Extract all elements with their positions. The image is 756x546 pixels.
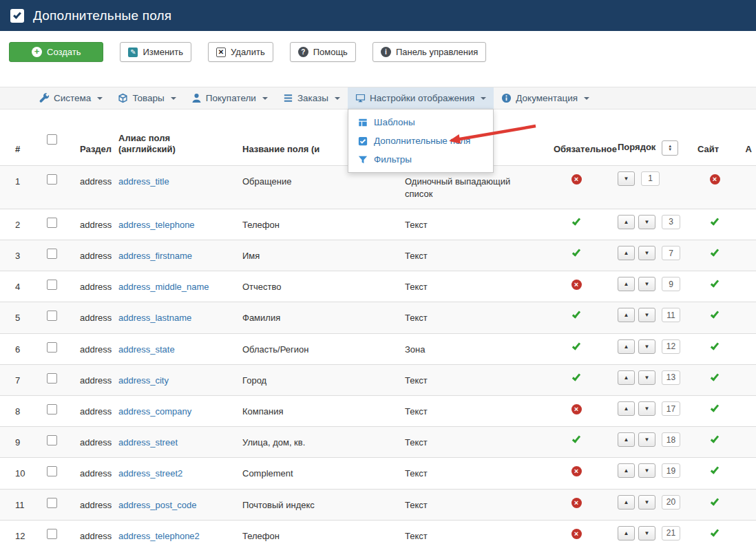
site-toggle[interactable] [709, 216, 720, 229]
menu-item-customers[interactable]: Покупатели [184, 87, 275, 109]
required-toggle[interactable]: × [571, 403, 582, 415]
alias-link[interactable]: address_lastname [118, 313, 191, 323]
col-header-section[interactable]: Раздел [66, 109, 105, 165]
row-checkbox[interactable] [47, 404, 57, 414]
required-toggle[interactable] [571, 341, 582, 353]
order-input[interactable] [662, 401, 680, 416]
delete-button[interactable]: ✕ Удалить [208, 42, 273, 62]
row-checkbox[interactable] [47, 218, 57, 228]
site-toggle[interactable]: × [709, 173, 720, 185]
menu-item-orders[interactable]: Заказы [275, 87, 348, 109]
control-panel-button[interactable]: i Панель управления [372, 42, 486, 62]
site-toggle[interactable] [709, 496, 720, 509]
alias-link[interactable]: address_post_code [118, 500, 196, 510]
menu-item-documentation[interactable]: Документация [494, 87, 597, 109]
menu-item-products[interactable]: Товары [110, 87, 183, 109]
move-down-button[interactable]: ▼ [638, 463, 655, 478]
order-input[interactable] [662, 246, 680, 260]
move-up-button[interactable]: ▲ [618, 401, 635, 416]
order-input[interactable] [662, 277, 680, 291]
required-toggle[interactable]: × [571, 465, 582, 477]
row-checkbox[interactable] [47, 249, 57, 259]
row-checkbox[interactable] [47, 529, 57, 539]
help-button[interactable]: ? Помощь [290, 42, 356, 62]
move-down-button[interactable]: ▼ [618, 171, 635, 186]
menu-item-additional-fields[interactable]: Дополнительные поля [348, 132, 493, 150]
site-toggle[interactable] [709, 372, 720, 384]
order-input[interactable] [662, 370, 680, 385]
move-down-button[interactable]: ▼ [638, 432, 655, 447]
order-input[interactable] [662, 463, 680, 478]
col-header-order-label[interactable]: Порядок [618, 142, 655, 152]
required-toggle[interactable] [571, 309, 582, 322]
order-input[interactable] [662, 215, 680, 229]
order-input[interactable] [662, 308, 680, 322]
row-checkbox[interactable] [47, 311, 57, 321]
move-up-button[interactable]: ▲ [618, 495, 635, 510]
move-down-button[interactable]: ▼ [638, 246, 655, 260]
move-down-button[interactable]: ▼ [638, 215, 655, 229]
order-input[interactable] [662, 339, 680, 354]
order-input[interactable] [662, 495, 680, 510]
col-header-alias[interactable]: Алиас поля (английский) [118, 133, 185, 156]
move-up-button[interactable]: ▲ [618, 277, 635, 291]
required-toggle[interactable]: × [571, 278, 582, 291]
site-toggle[interactable] [709, 341, 720, 353]
required-toggle[interactable]: × [571, 496, 582, 509]
site-toggle[interactable] [709, 434, 720, 446]
row-checkbox[interactable] [47, 435, 57, 445]
required-toggle[interactable] [571, 216, 582, 229]
alias-link[interactable]: address_company [118, 406, 191, 417]
site-toggle[interactable] [709, 403, 720, 415]
site-toggle[interactable] [709, 247, 720, 260]
edit-button[interactable]: ✎ Изменить [120, 42, 191, 62]
col-header-required[interactable]: Обязательное [538, 109, 614, 165]
order-input[interactable] [641, 171, 660, 186]
alias-link[interactable]: address_street [118, 437, 178, 448]
site-toggle[interactable] [709, 527, 720, 540]
site-toggle[interactable] [709, 278, 720, 291]
move-down-button[interactable]: ▼ [638, 308, 655, 322]
select-all-checkbox[interactable] [47, 134, 57, 145]
move-up-button[interactable]: ▲ [618, 463, 635, 478]
row-checkbox[interactable] [47, 373, 57, 384]
move-down-button[interactable]: ▼ [638, 370, 655, 385]
create-button[interactable]: + Создать [9, 42, 103, 62]
required-toggle[interactable] [571, 434, 582, 446]
alias-link[interactable]: address_city [118, 375, 169, 386]
required-toggle[interactable]: × [571, 173, 582, 185]
order-input[interactable] [662, 432, 680, 447]
site-toggle[interactable] [709, 309, 720, 322]
site-toggle[interactable] [709, 465, 720, 477]
alias-link[interactable]: address_telephone2 [118, 531, 200, 541]
menu-item-system[interactable]: Система [32, 87, 110, 109]
alias-link[interactable]: address_state [118, 344, 175, 355]
required-toggle[interactable] [571, 372, 582, 384]
menu-item-display-settings[interactable]: Настройки отображения Шаблоны Дополнител… [348, 87, 494, 109]
row-checkbox[interactable] [47, 280, 57, 290]
move-up-button[interactable]: ▲ [618, 370, 635, 385]
menu-item-filters[interactable]: Фильтры [348, 150, 493, 169]
move-down-button[interactable]: ▼ [638, 526, 655, 540]
alias-link[interactable]: address_middle_name [118, 282, 209, 292]
alias-link[interactable]: address_street2 [118, 468, 182, 479]
move-down-button[interactable]: ▼ [638, 495, 655, 510]
row-checkbox[interactable] [47, 466, 57, 476]
move-down-button[interactable]: ▼ [638, 277, 655, 291]
order-sort-button[interactable]: ▲▼ [662, 140, 678, 156]
move-down-button[interactable]: ▼ [638, 401, 655, 416]
col-header-num[interactable]: # [0, 109, 33, 165]
move-up-button[interactable]: ▲ [618, 432, 635, 447]
order-input[interactable] [662, 526, 680, 540]
col-header-site[interactable]: Сайт [691, 109, 738, 165]
move-down-button[interactable]: ▼ [638, 339, 655, 354]
move-up-button[interactable]: ▲ [618, 215, 635, 229]
required-toggle[interactable] [571, 247, 582, 260]
alias-link[interactable]: address_title [118, 176, 169, 187]
row-checkbox[interactable] [47, 498, 57, 508]
move-up-button[interactable]: ▲ [618, 308, 635, 322]
alias-link[interactable]: address_firstname [118, 251, 192, 261]
move-up-button[interactable]: ▲ [618, 246, 635, 260]
required-toggle[interactable]: × [571, 527, 582, 540]
move-up-button[interactable]: ▲ [618, 339, 635, 354]
